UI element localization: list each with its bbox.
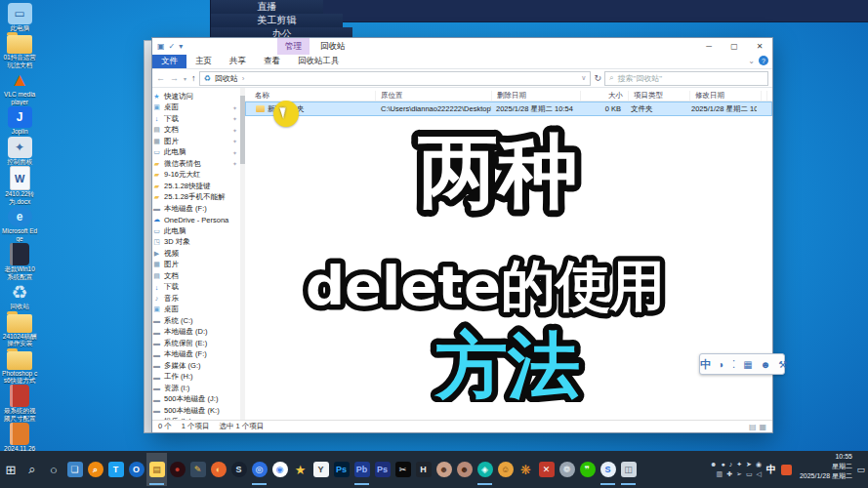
desktop-icon[interactable]: 老款Win10系统配置 — [1, 242, 38, 280]
taskbar-app-icon[interactable]: ❞ — [577, 453, 598, 486]
taskbar-app-icon[interactable]: ☻ — [454, 453, 475, 486]
sidebar-item[interactable]: ▰ 微信表情包 ✦ — [152, 158, 240, 170]
taskbar-app-icon[interactable]: ▤ — [146, 453, 167, 486]
desktop-icon[interactable]: 01抖音运营玩法文档 — [1, 31, 38, 68]
ime-icon[interactable]: ⚒ — [778, 359, 787, 370]
taskbar-app-icon[interactable]: H — [413, 453, 434, 486]
ime-icon[interactable]: ☻ — [761, 359, 771, 370]
taskbar-app-icon[interactable]: ✂ — [393, 453, 413, 486]
ribbon-tab[interactable]: 文件 — [152, 55, 186, 68]
up-icon[interactable]: ↑ — [191, 73, 196, 83]
sidebar-item[interactable]: ▤ 文档 — [152, 270, 240, 282]
taskbar-app-icon[interactable]: ◈ — [475, 453, 495, 486]
sidebar-item[interactable]: ▰ 25.1.28快捷键 — [152, 181, 240, 192]
taskbar-app-icon[interactable]: ★ — [290, 453, 310, 486]
taskbar-app-icon[interactable]: ❏ — [64, 453, 85, 486]
taskbar-app-icon[interactable]: ☺ — [495, 453, 516, 486]
sidebar-item[interactable]: ▤ 文档 ✦ — [152, 125, 240, 137]
tray-icon[interactable]: ♪ — [729, 461, 733, 468]
sidebar-item[interactable]: ↓ 下载 — [152, 282, 240, 294]
taskbar-app-icon[interactable]: ◎ — [249, 453, 269, 486]
column-header[interactable]: 项目类型 — [629, 91, 690, 101]
ribbon-tab[interactable]: 查看 — [255, 55, 289, 68]
desktop-icon[interactable]: ♻ 回收站 — [1, 280, 38, 309]
desktop-icon[interactable]: ▭ 此电脑 — [1, 2, 38, 31]
tray-app-icon[interactable] — [781, 465, 792, 475]
taskbar-app-icon[interactable]: Y — [310, 453, 331, 486]
sidebar-item[interactable]: ▬ 多媒体 (G:) — [152, 360, 240, 372]
taskbar-app-icon[interactable]: ✎ — [187, 453, 208, 486]
sidebar-item[interactable]: ▬ 资源 (I:) — [152, 383, 240, 394]
sidebar-item[interactable]: ▬ 工作 (H:) — [152, 372, 240, 384]
start-button[interactable]: ⊞ — [0, 455, 21, 484]
taskbar-app-icon[interactable]: ◐ — [208, 453, 228, 486]
refresh-icon[interactable]: ↻ — [594, 73, 601, 83]
taskbar-app-icon[interactable]: ❋ — [516, 453, 536, 486]
taskbar-app-icon[interactable]: S — [598, 453, 618, 486]
taskbar-clock[interactable]: 10:55 星期二 2025/1/28 星期二 — [800, 452, 852, 481]
sidebar-item[interactable]: ▬ 系统保留 (E:) — [152, 338, 240, 349]
window-control-button[interactable]: ▢ — [722, 38, 747, 55]
sidebar-item[interactable]: ▶ 视频 — [152, 248, 240, 260]
sidebar-item[interactable]: ◳ 3D 对象 — [152, 237, 240, 249]
view-toggle-icon[interactable]: ▦ — [759, 423, 766, 431]
tray-icon[interactable]: ➤ — [746, 461, 752, 468]
sidebar-item[interactable]: ▬ 500本地磁盘 (J:) — [152, 394, 240, 406]
taskbar-app-icon[interactable]: Pb — [351, 453, 372, 486]
ime-icon[interactable]: 中 — [700, 357, 711, 372]
sidebar-item[interactable]: ▭ 此电脑 — [152, 225, 240, 237]
column-header[interactable]: 名称 — [250, 91, 376, 101]
sidebar-item[interactable]: ▰ 25.1.28手机不能解 — [152, 192, 240, 204]
sidebar-item[interactable]: ▬ 系统 (C:) — [152, 315, 240, 327]
tray-icon[interactable]: ◉ — [756, 461, 762, 468]
back-icon[interactable]: ← — [156, 73, 165, 83]
recent-dropdown-icon[interactable]: ▾ — [184, 75, 186, 82]
sidebar-item[interactable]: ▦ 图片 — [152, 260, 240, 271]
taskbar-app-icon[interactable]: Ps — [331, 453, 351, 486]
desktop-icon[interactable]: Photoshop cs6快捷方式 — [1, 347, 38, 385]
desktop-icon[interactable]: W 2410.22转为.docx — [1, 165, 38, 205]
action-center-icon[interactable]: ▭ — [856, 465, 865, 474]
desktop-icon[interactable]: ▲ VLC media player — [1, 68, 38, 105]
address-breadcrumb[interactable]: ♻ 回收站 › ∨ — [199, 71, 592, 86]
sidebar-item[interactable]: ▬ 本地磁盘 (D:) — [152, 327, 240, 339]
sidebar-item[interactable]: ☁ OneDrive - Persona — [152, 215, 240, 226]
taskbar-app-icon[interactable]: T — [105, 453, 126, 486]
tray-icon[interactable]: ▥ — [717, 470, 723, 478]
window-control-button[interactable]: ✕ — [747, 38, 772, 55]
column-header[interactable]: 原位置 — [376, 91, 492, 101]
column-header[interactable]: 大小 — [581, 91, 629, 101]
ribbon-collapse-icon[interactable]: ⌄ — [748, 57, 755, 65]
taskbar-app-icon[interactable]: ◉ — [269, 453, 290, 486]
ime-icon[interactable]: ◗ — [719, 359, 724, 370]
manage-contextual-tab[interactable]: 管理 — [277, 38, 310, 55]
sidebar-item[interactable]: ▭ 此电脑 ✦ — [152, 147, 240, 159]
help-icon[interactable]: ? — [759, 56, 768, 65]
taskbar-app-icon[interactable]: ● — [167, 453, 187, 486]
tray-icon[interactable]: ✦ — [736, 461, 742, 468]
sidebar-item[interactable]: ▦ 图片 ✦ — [152, 136, 240, 147]
taskbar-app-icon[interactable]: ☻ — [434, 453, 454, 486]
forward-icon[interactable]: → — [170, 73, 179, 83]
tray-icon[interactable]: ▭ — [746, 470, 753, 478]
ime-icon[interactable]: ⁚ — [732, 359, 735, 370]
sidebar-item[interactable]: ▰ 9-16元大红 — [152, 170, 240, 182]
cortana-icon[interactable]: ○ — [43, 455, 64, 484]
qat-icon[interactable]: ✓ — [169, 42, 176, 51]
tray-icon[interactable]: ➢ — [736, 470, 742, 478]
tray-icon[interactable]: ✚ — [726, 470, 732, 478]
window-control-button[interactable]: ─ — [696, 38, 722, 55]
sidebar-item[interactable]: ▣ 桌面 — [152, 305, 240, 316]
sidebar-item[interactable]: ▣ 桌面 ✦ — [152, 102, 240, 114]
taskbar-app-icon[interactable]: ⌕ — [85, 453, 105, 486]
category-tab[interactable]: 美工剪辑 — [210, 14, 343, 27]
taskbar-app-icon[interactable]: S — [228, 453, 249, 486]
ribbon-tab[interactable]: 共享 — [221, 55, 255, 68]
view-toggle-icon[interactable]: ▤ — [749, 423, 757, 431]
sidebar-item[interactable]: ★ 快速访问 — [152, 91, 240, 102]
ribbon-tab[interactable]: 主页 — [186, 55, 221, 68]
taskbar-app-icon[interactable]: Ps — [372, 453, 393, 486]
qat-icon[interactable]: ▣ — [157, 42, 165, 51]
tray-icon[interactable]: ☻ — [710, 461, 717, 468]
desktop-icon[interactable]: J Joplin — [1, 105, 38, 135]
